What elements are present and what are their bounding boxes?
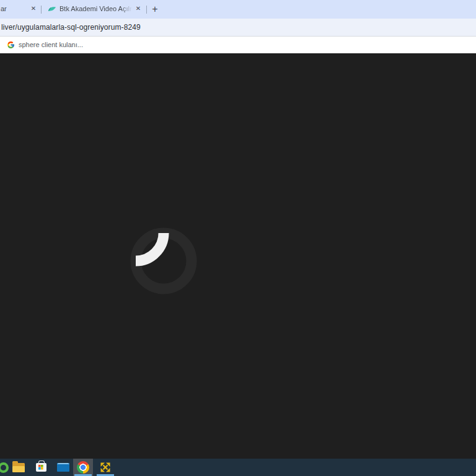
remote-viewer-icon	[99, 461, 112, 474]
taskbar-file-explorer-button[interactable]	[9, 459, 29, 476]
loading-spinner-icon	[128, 225, 200, 297]
microsoft-store-icon	[36, 463, 46, 472]
tab-separator	[41, 6, 42, 14]
taskbar-microsoft-store-button[interactable]	[31, 459, 51, 476]
close-icon[interactable]: ✕	[133, 4, 143, 14]
omnibox-suggestion-row[interactable]: sphere client kulanı...	[0, 36, 476, 53]
btk-favicon-icon	[48, 5, 56, 14]
file-explorer-icon	[12, 463, 25, 472]
tab-title: ar	[1, 5, 7, 12]
tab-partial[interactable]: ar ✕	[0, 0, 41, 19]
tab-separator	[146, 6, 147, 14]
page-content-loading	[0, 53, 476, 459]
chrome-icon	[77, 461, 89, 474]
url-text[interactable]: liver/uygulamalarla-sql-ogreniyorum-8249	[1, 19, 141, 36]
close-icon[interactable]: ✕	[29, 4, 38, 14]
suggestion-text[interactable]: sphere client kulanı...	[19, 37, 83, 53]
address-bar[interactable]: liver/uygulamalarla-sql-ogreniyorum-8249	[0, 19, 476, 36]
tab-btk-akademi[interactable]: Btk Akademi Video Açılmıyor S ✕	[43, 0, 145, 19]
taskbar-chrome-button[interactable]	[73, 459, 93, 476]
tab-title: Btk Akademi Video Açılmıyor S	[60, 5, 132, 12]
desktop-screen: ar ✕ Btk Akademi Video Açılmıyor S ✕ + l…	[0, 0, 476, 476]
mail-icon	[57, 463, 69, 472]
partial-green-app-icon	[0, 462, 9, 473]
taskbar-remote-viewer-button[interactable]	[95, 459, 115, 476]
taskbar-mail-button[interactable]	[53, 459, 73, 476]
new-tab-button[interactable]: +	[148, 2, 162, 16]
windows-taskbar	[0, 459, 476, 476]
tab-strip: ar ✕ Btk Akademi Video Açılmıyor S ✕ +	[0, 0, 476, 19]
google-g-icon	[7, 41, 15, 49]
